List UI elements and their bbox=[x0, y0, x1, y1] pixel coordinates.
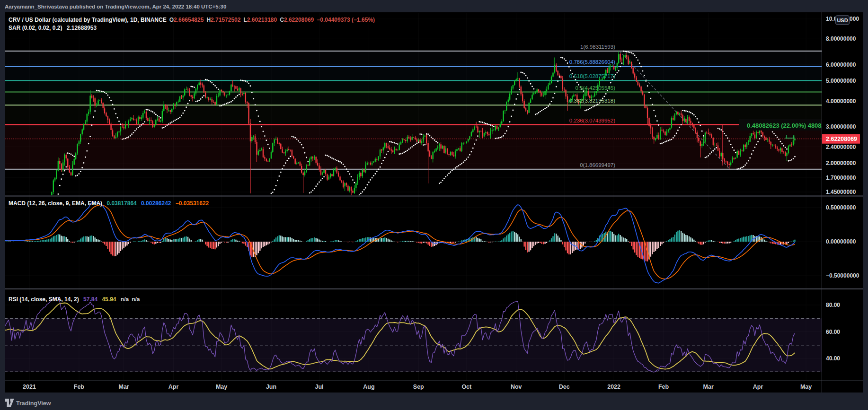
svg-text:1.45000000: 1.45000000 bbox=[826, 189, 856, 195]
svg-text:2.62208069: 2.62208069 bbox=[826, 136, 857, 142]
svg-text:SAR (0.02, 0.02, 0.2) 2.12688: SAR (0.02, 0.02, 0.2) 2.12688953 bbox=[9, 25, 97, 31]
svg-text:Mar: Mar bbox=[703, 384, 714, 390]
svg-text:2021: 2021 bbox=[23, 384, 36, 390]
svg-text:0.48082623 (22.00%) 48082: 0.48082623 (22.00%) 48082 bbox=[747, 122, 825, 129]
svg-text:−0.50000000: −0.50000000 bbox=[826, 272, 859, 279]
svg-text:Jun: Jun bbox=[266, 384, 276, 390]
svg-text:Sep: Sep bbox=[413, 384, 424, 390]
svg-text:3.00000000: 3.00000000 bbox=[826, 123, 856, 130]
svg-text:Jul: Jul bbox=[315, 384, 323, 390]
svg-text:2.40000000: 2.40000000 bbox=[826, 144, 856, 150]
svg-text:2022: 2022 bbox=[607, 384, 620, 390]
svg-text:0.618(5.02875717): 0.618(5.02875717) bbox=[569, 73, 615, 79]
svg-text:4.00000000: 4.00000000 bbox=[826, 98, 856, 105]
svg-text:8.00000000: 8.00000000 bbox=[826, 35, 856, 42]
svg-text:Apr: Apr bbox=[753, 384, 763, 390]
svg-text:CRV / US Dollar (calculated by: CRV / US Dollar (calculated by TradingVi… bbox=[9, 17, 375, 23]
svg-text:40.00: 40.00 bbox=[826, 355, 840, 362]
svg-text:TradingView: TradingView bbox=[16, 400, 51, 407]
svg-text:Feb: Feb bbox=[74, 384, 85, 390]
svg-text:Aaryamann_Shrivastava publishe: Aaryamann_Shrivastava published on Tradi… bbox=[5, 4, 226, 9]
svg-text:0.236(3.07439952): 0.236(3.07439952) bbox=[569, 118, 615, 123]
svg-text:5.00000000: 5.00000000 bbox=[826, 78, 856, 84]
svg-text:60.00: 60.00 bbox=[826, 329, 840, 335]
svg-text:1(6.98311593): 1(6.98311593) bbox=[580, 44, 615, 50]
svg-text:RSI (14, close, SMA, 14, 2) 5: RSI (14, close, SMA, 14, 2) 57.84 45.94 … bbox=[9, 296, 140, 303]
svg-text:80.00: 80.00 bbox=[826, 302, 840, 308]
svg-text:Mar: Mar bbox=[118, 384, 129, 390]
svg-text:Aug: Aug bbox=[363, 384, 374, 390]
svg-text:Nov: Nov bbox=[511, 384, 522, 390]
svg-text:0.382(3.82135318): 0.382(3.82135318) bbox=[569, 98, 615, 104]
svg-text:MACD (12, 26, close, 9, EMA, E: MACD (12, 26, close, 9, EMA, EMA) 0.0381… bbox=[9, 200, 209, 207]
svg-text:USD: USD bbox=[837, 17, 848, 23]
svg-text:6.00000000: 6.00000000 bbox=[826, 61, 856, 68]
svg-text:Oct: Oct bbox=[461, 384, 472, 390]
svg-text:0.5(4.42505545): 0.5(4.42505545) bbox=[576, 85, 616, 91]
svg-text:0.50000000: 0.50000000 bbox=[826, 204, 856, 211]
svg-text:May: May bbox=[800, 384, 812, 390]
svg-text:0.00000000: 0.00000000 bbox=[826, 238, 856, 245]
svg-text:1.70000000: 1.70000000 bbox=[826, 174, 856, 181]
svg-text:0.786(5.88826604): 0.786(5.88826604) bbox=[569, 59, 615, 65]
svg-text:Dec: Dec bbox=[559, 384, 570, 390]
svg-text:Feb: Feb bbox=[658, 384, 669, 390]
svg-text:2.00000000: 2.00000000 bbox=[826, 160, 856, 166]
svg-text:0(1.86699497): 0(1.86699497) bbox=[580, 162, 615, 168]
svg-text:May: May bbox=[216, 384, 227, 390]
svg-text:Apr: Apr bbox=[168, 384, 179, 390]
